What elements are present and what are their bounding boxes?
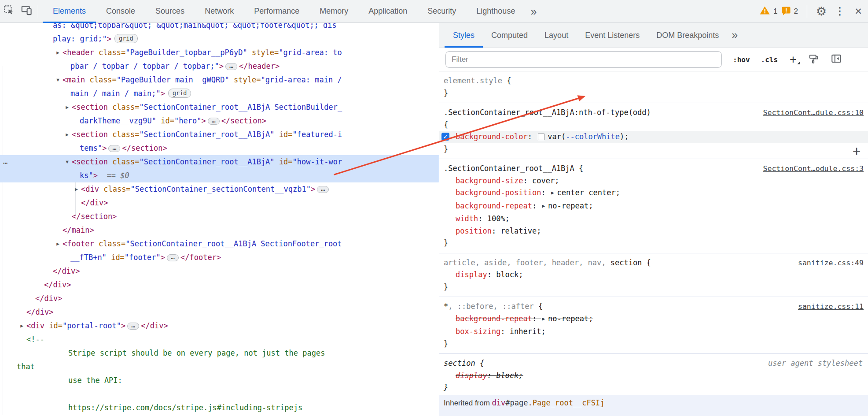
new-style-rule-button[interactable]: + — [790, 55, 797, 64]
tab-network[interactable]: Network — [195, 0, 244, 23]
tab-memory[interactable]: Memory — [309, 0, 358, 23]
expand-arrow-icon[interactable]: ▶ — [54, 46, 62, 59]
css-declaration-background-color[interactable]: ✓background-color: var(--colorWhite); — [439, 131, 868, 143]
dom-node-section-how-it-works[interactable]: ▼<section class="SectionContainer_root__… — [0, 155, 439, 169]
css-property-name[interactable]: display — [456, 270, 487, 279]
collapse-arrow-icon[interactable]: ▼ — [63, 155, 71, 169]
dom-close-section[interactable]: </section> — [0, 210, 439, 223]
css-property-name[interactable]: background-position — [456, 188, 541, 197]
insert-declaration-plus-button[interactable]: + — [853, 145, 861, 157]
css-declaration-box-sizing[interactable]: box-sizing: inherit; — [444, 326, 864, 338]
expand-arrow-icon[interactable]: ▶ — [63, 100, 71, 114]
dom-close-div[interactable]: </div> — [0, 292, 439, 305]
dom-close-div[interactable]: </div> — [0, 278, 439, 292]
css-property-name[interactable]: width — [456, 214, 478, 223]
tab-event-listeners[interactable]: Event Listeners — [577, 23, 648, 48]
settings-gear-button[interactable]: ⚙ — [812, 4, 831, 19]
css-declaration-background-position[interactable]: background-position: ▶center center; — [444, 187, 864, 200]
dom-close-div[interactable]: </div> — [0, 196, 439, 210]
tab-application[interactable]: Application — [358, 0, 417, 23]
dom-node-header-wrap[interactable]: pbar / topbar / topbar / topbar;">…</hea… — [0, 59, 439, 73]
stylesheet-source-link[interactable]: sanitize.css:11 — [798, 301, 864, 313]
css-property-name[interactable]: display — [456, 371, 487, 380]
css-property-name[interactable]: background-color — [456, 132, 528, 141]
inherited-node-tag[interactable]: div — [492, 398, 506, 407]
css-property-name[interactable]: background-repeat — [456, 201, 532, 210]
stylesheet-source-link[interactable]: SectionCont…dule.css:10 — [763, 107, 864, 119]
css-property-name[interactable]: box-sizing — [456, 327, 500, 336]
more-tabs-button[interactable]: » — [525, 0, 542, 22]
styles-filter-input[interactable] — [445, 51, 722, 68]
expand-value-icon[interactable]: ▶ — [551, 187, 554, 199]
css-declaration-background-size[interactable]: background-size: cover; — [444, 175, 864, 187]
dom-node-footer-wrap[interactable]: __fTB+n" id="footer">…</footer> — [0, 251, 439, 264]
inherited-node-class[interactable]: .Page_root__cFSIj — [528, 398, 605, 407]
dom-comment-open[interactable]: <!-- — [0, 333, 439, 346]
dom-wrapped-style-areas[interactable]: as: &quot;topbar&quot; &quot;main&quot; … — [0, 23, 439, 32]
tab-elements[interactable]: Elements — [43, 0, 96, 23]
tab-console[interactable]: Console — [96, 0, 145, 23]
grid-badge[interactable]: grid — [114, 34, 138, 43]
css-declaration-background-repeat[interactable]: background-repeat: ▶no-repeat; — [444, 200, 864, 213]
inherited-node-id[interactable]: #page — [505, 398, 528, 407]
dom-node-section-how-it-works-wrap[interactable]: ks"> == $0 — [0, 169, 439, 182]
dom-comment-text[interactable]: https://stripe.com/docs/stripe.js#includ… — [0, 401, 439, 415]
stylesheet-source-link[interactable]: SectionCont…odule.css:3 — [763, 163, 864, 175]
dom-comment-blank[interactable] — [0, 387, 439, 401]
dom-node-main[interactable]: ▼<main class="PageBuilder_main__gWQRD" s… — [0, 73, 439, 87]
tab-lighthouse[interactable]: Lighthouse — [466, 0, 525, 23]
rule-selector[interactable]: article, aside, footer, header, nav, sec… — [444, 257, 864, 269]
expand-children-ellipsis-button[interactable]: … — [208, 118, 220, 125]
dom-node-main-wrap[interactable]: main / main / main;">grid — [0, 87, 439, 100]
css-property-name[interactable]: background-repeat — [456, 314, 532, 323]
inspect-element-button[interactable] — [0, 0, 18, 23]
dom-node-section-content-div[interactable]: ▶<div class="SectionContainer_sectionCon… — [0, 182, 439, 196]
dom-node-footer[interactable]: ▶<footer class="SectionContainer_root__A… — [0, 237, 439, 251]
element-classes-button[interactable]: .cls — [761, 56, 778, 64]
tab-sources[interactable]: Sources — [145, 0, 195, 23]
expand-arrow-icon[interactable]: ▶ — [54, 237, 62, 251]
css-variable-link[interactable]: --colorWhite — [566, 132, 620, 141]
tab-dom-breakpoints[interactable]: DOM Breakpoints — [648, 23, 727, 48]
rule-selector[interactable]: section {user agent stylesheet — [444, 357, 864, 370]
dom-node-portal-root[interactable]: ▶<div id="portal-root">…</div> — [0, 319, 439, 333]
tab-security[interactable]: Security — [417, 0, 466, 23]
tab-computed[interactable]: Computed — [483, 23, 536, 48]
expand-children-ellipsis-button[interactable]: … — [127, 323, 139, 330]
tab-styles[interactable]: Styles — [445, 23, 483, 48]
dom-node-section-hero[interactable]: ▶<section class="SectionContainer_root__… — [0, 100, 439, 114]
expand-children-ellipsis-button[interactable]: … — [225, 63, 237, 70]
dom-wrapped-style-display[interactable]: play: grid;">grid — [0, 32, 439, 46]
css-declaration-background-repeat[interactable]: background-repeat: ▶no-repeat; — [444, 313, 864, 326]
tab-layout[interactable]: Layout — [536, 23, 577, 48]
rule-selector[interactable]: element.style { — [444, 75, 864, 87]
tab-performance[interactable]: Performance — [244, 0, 309, 23]
toggle-computed-sidebar-button[interactable] — [831, 53, 842, 66]
css-declaration-display[interactable]: display: block; — [444, 269, 864, 281]
more-options-kebab-button[interactable]: ⋮ — [831, 5, 849, 17]
css-property-name[interactable]: background-size — [456, 176, 523, 185]
dom-node-section-featured-wrap[interactable]: tems">…</section> — [0, 141, 439, 155]
expand-children-ellipsis-button[interactable]: … — [108, 145, 120, 152]
rendering-emulations-button[interactable] — [808, 53, 819, 66]
dom-comment-text[interactable]: Stripe script should be on every page, n… — [0, 346, 439, 360]
toggle-device-toolbar-button[interactable] — [18, 0, 35, 23]
rule-selector[interactable]: .SectionContainer_root__A1BjA:nth-of-typ… — [444, 107, 864, 119]
expand-children-ellipsis-button[interactable]: … — [317, 186, 329, 193]
dom-close-div[interactable]: </div> — [0, 305, 439, 319]
css-declaration-display[interactable]: display: block; — [444, 370, 864, 382]
rule-selector[interactable]: .SectionContainer_root__A1BjA {SectionCo… — [444, 163, 864, 175]
css-declaration-position[interactable]: position: relative; — [444, 225, 864, 238]
grid-badge[interactable]: grid — [168, 89, 191, 98]
expand-value-icon[interactable]: ▶ — [542, 200, 545, 212]
stylesheet-source-link[interactable]: sanitize.css:49 — [798, 257, 864, 269]
dom-comment-text[interactable]: use the API: — [0, 374, 439, 387]
expand-value-icon[interactable]: ▶ — [542, 313, 545, 325]
rule-selector[interactable]: *, ::before, ::after {sanitize.css:11 — [444, 301, 864, 313]
expand-arrow-icon[interactable]: ▶ — [63, 128, 71, 141]
issues-indicator[interactable]: 2 — [781, 6, 798, 17]
more-sidebar-tabs-button[interactable]: » — [727, 23, 742, 48]
close-devtools-button[interactable]: ✕ — [849, 6, 868, 17]
dom-close-main[interactable]: </main> — [0, 223, 439, 237]
dom-node-section-hero-wrap[interactable]: darkTheme__vzg9U" id="hero">…</section> — [0, 114, 439, 128]
